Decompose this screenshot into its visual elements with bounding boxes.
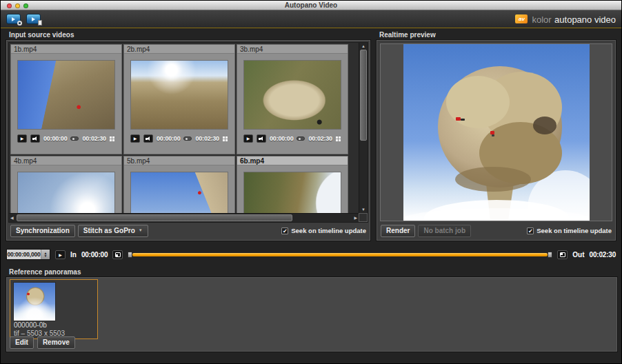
brand-kolor: kolor: [532, 14, 551, 25]
input-panel-footer: Synchronization Stitch as GoPro ▼ ✔ Seek…: [8, 223, 368, 239]
out-timecode: 00:02:30: [590, 251, 616, 259]
vertical-scroll-thumb[interactable]: [360, 50, 367, 141]
video-thumbnail[interactable]: [17, 60, 115, 130]
play-button[interactable]: ▶: [243, 134, 253, 143]
mute-button[interactable]: [257, 134, 266, 143]
scroll-down-icon[interactable]: ▼: [359, 208, 368, 212]
video-card-body: ▶ 00:00:00 00:02:30: [237, 54, 348, 143]
vertical-scrollbar[interactable]: ▲ ▼: [359, 43, 368, 213]
input-source-panel: 1b.mp4 ▶ 00:00:00 00:02:30: [6, 40, 370, 241]
set-out-point-button[interactable]: [557, 250, 568, 259]
stitched-panorama-preview: [403, 44, 590, 221]
titlebar: Autopano Video: [1, 1, 621, 10]
toolbar: av kolor autopano video: [1, 10, 621, 28]
seek-mini-slider[interactable]: [70, 136, 79, 141]
input-panel-title: Input source videos: [9, 31, 74, 39]
video-card[interactable]: 4b.mp4 ▶ 00:00:00 00:02:30: [10, 156, 122, 213]
spin-down-icon[interactable]: ▼: [44, 254, 48, 257]
timeline-bar: 00:00:00,000 ▲ ▼ ▶ In 00:00:00 Out 00:02…: [1, 242, 621, 267]
video-thumbnail[interactable]: [130, 60, 228, 130]
video-thumbnail[interactable]: [17, 172, 115, 213]
edit-button[interactable]: Edit: [10, 336, 34, 349]
scroll-left-icon[interactable]: ◀: [10, 214, 14, 222]
reference-panorama-thumbnail[interactable]: [13, 282, 56, 321]
horizontal-scrollbar[interactable]: ◀ ▶: [9, 213, 359, 222]
speaker-icon: [32, 136, 39, 141]
play-button[interactable]: ▶: [17, 134, 27, 143]
video-card[interactable]: 5b.mp4 ▶ 00:00:00 00:02:30: [123, 156, 235, 213]
scroll-right-icon[interactable]: ▶: [354, 214, 357, 222]
frames-grid-icon[interactable]: [110, 136, 112, 139]
spinbox-arrows[interactable]: ▲ ▼: [41, 250, 50, 259]
timecode-spinbox[interactable]: 00:00:00,000 ▲ ▼: [6, 249, 50, 260]
in-timecode: 00:00:00: [81, 251, 108, 259]
current-timecode: 00:00:00: [43, 135, 67, 142]
add-page-icon: [38, 20, 42, 26]
frames-grid-icon[interactable]: [336, 136, 338, 139]
in-point-icon: [115, 252, 121, 257]
play-icon: [32, 17, 35, 21]
play-icon: [12, 17, 15, 21]
timecode-value[interactable]: 00:00:00,000: [7, 250, 41, 259]
seek-checkbox[interactable]: ✔: [527, 228, 534, 234]
open-video-button[interactable]: [6, 14, 21, 24]
stitch-button-label: Stitch as GoPro: [83, 227, 135, 234]
out-handle[interactable]: [548, 252, 552, 258]
mute-button[interactable]: [30, 134, 40, 143]
reference-panoramas-panel: 000000-0b tif – 5503 x 5503 Edit Remove: [6, 277, 617, 352]
duration-timecode: 00:02:30: [83, 135, 106, 142]
video-thumbnail[interactable]: [130, 172, 228, 213]
duration-timecode: 00:02:30: [309, 135, 332, 142]
av-logo-icon: av: [515, 14, 528, 23]
video-card-body: ▶ 00:00:00 00:02:30: [11, 54, 121, 143]
play-button[interactable]: ▶: [130, 134, 140, 143]
render-button[interactable]: Render: [381, 225, 415, 237]
seek-checkbox-row: ✔ Seek on timeline update: [527, 227, 612, 234]
seek-checkbox[interactable]: ✔: [281, 228, 288, 234]
video-card[interactable]: 3b.mp4 ▶ 00:00:00 00:02:30: [237, 44, 348, 154]
timeline-range-slider[interactable]: [128, 252, 552, 258]
out-point-icon: [560, 252, 565, 257]
video-controls: ▶ 00:00:00 00:02:30: [130, 134, 228, 143]
synchronization-button[interactable]: Synchronization: [10, 225, 75, 237]
no-batch-job-button: No batch job: [418, 225, 471, 237]
seek-mini-slider[interactable]: [183, 136, 192, 141]
in-label: In: [70, 251, 77, 259]
video-filename: 2b.mp4: [124, 45, 234, 54]
video-card[interactable]: 1b.mp4 ▶ 00:00:00 00:02:30: [10, 44, 122, 154]
slider-selected-range[interactable]: [132, 253, 548, 256]
video-thumbnail[interactable]: [243, 172, 341, 213]
speaker-icon: [146, 136, 152, 141]
seek-checkbox-label: Seek on timeline update: [536, 227, 612, 234]
timeline-play-button[interactable]: ▶: [55, 250, 66, 259]
remove-button[interactable]: Remove: [37, 336, 75, 349]
preview-panel-title: Realtime preview: [379, 31, 436, 39]
horizontal-scroll-thumb[interactable]: [17, 214, 292, 221]
out-label: Out: [572, 251, 584, 259]
reference-panorama-card[interactable]: 000000-0b tif – 5503 x 5503: [10, 279, 98, 339]
add-video-button[interactable]: [26, 14, 41, 24]
video-filename: 6b.mp4: [237, 156, 348, 165]
video-card[interactable]: 6b.mp4 ▶ 00:00:00 00:02:30: [237, 156, 348, 213]
brand-product: autopano video: [554, 14, 616, 25]
video-filename: 3b.mp4: [237, 45, 348, 54]
video-card-body: ▶ 00:00:00 00:02:30: [11, 165, 121, 213]
video-filename: 4b.mp4: [11, 156, 121, 165]
frames-grid-icon[interactable]: [223, 136, 225, 139]
video-thumbnail[interactable]: [243, 60, 341, 130]
video-controls: ▶ 00:00:00 00:02:30: [17, 134, 115, 143]
video-card[interactable]: 2b.mp4 ▶ 00:00:00 00:02:30: [123, 44, 235, 154]
seek-checkbox-label: Seek on timeline update: [291, 227, 366, 234]
seek-mini-slider[interactable]: [297, 136, 305, 141]
set-in-point-button[interactable]: [112, 250, 123, 259]
video-filename: 5b.mp4: [124, 156, 234, 165]
brand-logo: av kolor autopano video: [515, 13, 616, 26]
in-handle[interactable]: [128, 252, 132, 258]
video-grid: 1b.mp4 ▶ 00:00:00 00:02:30: [10, 43, 358, 213]
magnifier-icon: [17, 21, 22, 26]
scroll-up-icon[interactable]: ▲: [359, 44, 368, 48]
stitch-button[interactable]: Stitch as GoPro ▼: [78, 225, 148, 237]
mute-button[interactable]: [143, 134, 153, 143]
speaker-icon: [259, 136, 265, 141]
preview-viewport[interactable]: [380, 43, 612, 221]
